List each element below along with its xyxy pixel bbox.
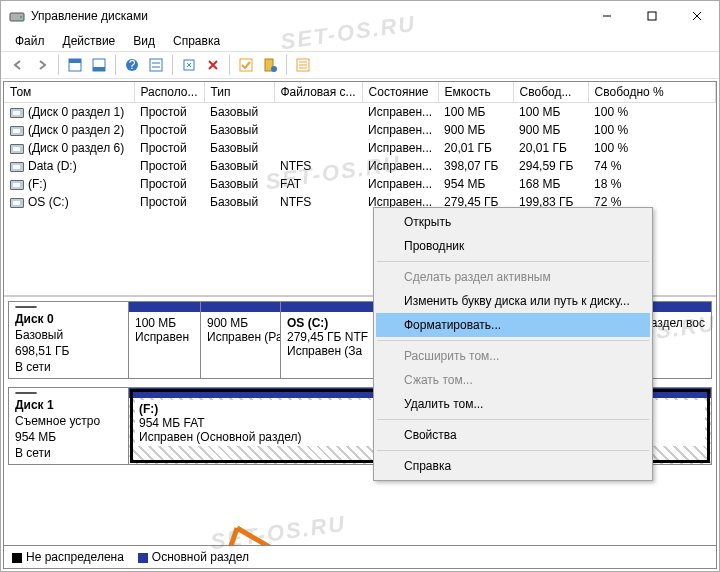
- menu-help[interactable]: Справка: [165, 32, 228, 50]
- ctx-help[interactable]: Справка: [376, 454, 650, 478]
- col-volume[interactable]: Том: [4, 82, 134, 103]
- ctx-shrink: Сжать том...: [376, 368, 650, 392]
- svg-rect-16: [240, 59, 252, 71]
- window-title: Управление дисками: [31, 9, 584, 23]
- removable-disk-icon: [15, 392, 37, 394]
- svg-rect-12: [150, 59, 162, 71]
- disk1-header[interactable]: Диск 1 Съемное устро 954 МБ В сети: [9, 388, 129, 464]
- disk1-size: 954 МБ: [15, 430, 122, 444]
- menubar: Файл Действие Вид Справка: [1, 31, 719, 51]
- volume-icon: [10, 198, 24, 208]
- menu-view[interactable]: Вид: [125, 32, 163, 50]
- menu-file[interactable]: Файл: [7, 32, 53, 50]
- legend-unallocated: Не распределена: [12, 550, 124, 564]
- ctx-open[interactable]: Открыть: [376, 210, 650, 234]
- svg-rect-9: [93, 67, 105, 71]
- ctx-make-active: Сделать раздел активным: [376, 265, 650, 289]
- svg-text:?: ?: [129, 58, 136, 72]
- volume-icon: [10, 162, 24, 172]
- col-free[interactable]: Свобод...: [513, 82, 588, 103]
- table-row[interactable]: (Диск 0 раздел 2)ПростойБазовыйИсправен.…: [4, 121, 716, 139]
- disk0-size: 698,51 ГБ: [15, 344, 122, 358]
- table-row[interactable]: (Диск 0 раздел 6)ПростойБазовыйИсправен.…: [4, 139, 716, 157]
- disk1-name: Диск 1: [15, 398, 122, 412]
- col-status[interactable]: Состояние: [362, 82, 438, 103]
- col-layout[interactable]: Располо...: [134, 82, 204, 103]
- ctx-properties[interactable]: Свойства: [376, 423, 650, 447]
- close-button[interactable]: [674, 1, 719, 31]
- ctx-format[interactable]: Форматировать...: [376, 313, 650, 337]
- legend-primary: Основной раздел: [138, 550, 249, 564]
- ctx-delete[interactable]: Удалить том...: [376, 392, 650, 416]
- view-top-icon[interactable]: [64, 54, 86, 76]
- menu-action[interactable]: Действие: [55, 32, 124, 50]
- col-type[interactable]: Тип: [204, 82, 274, 103]
- disk0-name: Диск 0: [15, 312, 122, 326]
- col-freepct[interactable]: Свободно %: [588, 82, 715, 103]
- forward-icon[interactable]: [31, 54, 53, 76]
- disk0-part3-os[interactable]: OS (C:) 279,45 ГБ NTF Исправен (За: [281, 302, 381, 378]
- action-icon[interactable]: [259, 54, 281, 76]
- help-icon[interactable]: ?: [121, 54, 143, 76]
- maximize-button[interactable]: [629, 1, 674, 31]
- col-capacity[interactable]: Емкость: [438, 82, 513, 103]
- table-row[interactable]: (Диск 0 раздел 1)ПростойБазовыйИсправен.…: [4, 103, 716, 122]
- volume-icon: [10, 108, 24, 118]
- table-header-row: Том Располо... Тип Файловая с... Состоян…: [4, 82, 716, 103]
- disk-icon: [15, 306, 37, 308]
- volume-icon: [10, 144, 24, 154]
- volume-icon: [10, 180, 24, 190]
- svg-rect-7: [69, 59, 81, 63]
- disk0-status: В сети: [15, 360, 122, 374]
- disk0-header[interactable]: Диск 0 Базовый 698,51 ГБ В сети: [9, 302, 129, 378]
- minimize-button[interactable]: [584, 1, 629, 31]
- volume-table: Том Располо... Тип Файловая с... Состоян…: [4, 82, 716, 211]
- svg-rect-3: [648, 12, 656, 20]
- delete-icon[interactable]: [202, 54, 224, 76]
- legend: Не распределена Основной раздел: [4, 545, 716, 568]
- context-menu: Открыть Проводник Сделать раздел активны…: [373, 207, 653, 481]
- table-row[interactable]: (F:)ПростойБазовыйFATИсправен...954 МБ16…: [4, 175, 716, 193]
- disk0-part2[interactable]: 900 МБ Исправен (Ра: [201, 302, 281, 378]
- disk1-status: В сети: [15, 446, 122, 460]
- svg-point-1: [20, 16, 22, 18]
- disk0-part1[interactable]: 100 МБ Исправен: [129, 302, 201, 378]
- app-icon: [9, 8, 25, 24]
- col-fs[interactable]: Файловая с...: [274, 82, 362, 103]
- disk1-type: Съемное устро: [15, 414, 122, 428]
- settings-icon[interactable]: [145, 54, 167, 76]
- titlebar: Управление дисками: [1, 1, 719, 31]
- list-icon[interactable]: [292, 54, 314, 76]
- disk0-type: Базовый: [15, 328, 122, 342]
- annotation-arrow: [122, 523, 387, 545]
- check-icon[interactable]: [235, 54, 257, 76]
- toolbar: ?: [1, 51, 719, 79]
- table-row[interactable]: Data (D:)ПростойБазовыйNTFSИсправен...39…: [4, 157, 716, 175]
- view-bottom-icon[interactable]: [88, 54, 110, 76]
- ctx-extend: Расширить том...: [376, 344, 650, 368]
- ctx-explorer[interactable]: Проводник: [376, 234, 650, 258]
- back-icon[interactable]: [7, 54, 29, 76]
- refresh-icon[interactable]: [178, 54, 200, 76]
- ctx-change-letter[interactable]: Изменить букву диска или путь к диску...: [376, 289, 650, 313]
- svg-point-18: [271, 66, 277, 72]
- volume-icon: [10, 126, 24, 136]
